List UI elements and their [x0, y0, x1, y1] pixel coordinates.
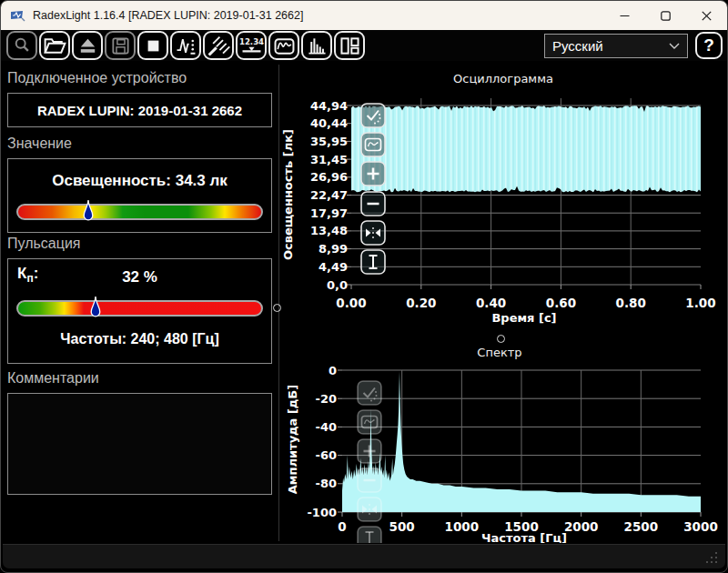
illuminance-scale — [16, 204, 263, 220]
kp-value: 32 % — [8, 268, 271, 286]
language-selected-value: Русский — [552, 38, 603, 54]
svg-text:Время [с]: Время [с] — [491, 311, 556, 325]
svg-text:-20: -20 — [316, 392, 338, 406]
panel-layout-icon — [337, 33, 363, 59]
window-controls — [604, 1, 727, 30]
language-select[interactable]: Русский — [544, 34, 688, 58]
chart-auto-scale-button[interactable] — [358, 381, 381, 405]
pulsation-scale — [16, 300, 263, 317]
titlebar: RadexLight 1.16.4 [RADEX LUPIN: 2019-01-… — [1, 1, 727, 30]
light-rays-icon — [206, 33, 232, 59]
droplet-icon — [90, 296, 101, 319]
svg-text:31,45: 31,45 — [310, 153, 348, 166]
close-button[interactable] — [686, 1, 727, 30]
resize-grip-icon[interactable] — [705, 551, 718, 564]
open-folder-icon — [42, 33, 68, 59]
svg-text:Спектр: Спектр — [477, 346, 521, 359]
open-file-button[interactable] — [39, 31, 70, 60]
panel-layout-mode-button[interactable] — [334, 31, 365, 60]
statusbar — [3, 544, 725, 568]
oscillogram-chart: 44,9440,4435,9531,4526,9622,4717,9713,48… — [279, 68, 728, 337]
svg-text:26,96: 26,96 — [310, 170, 348, 184]
svg-text:0.40: 0.40 — [476, 296, 506, 310]
stop-square-icon — [140, 33, 167, 59]
svg-text:0,0: 0,0 — [327, 278, 348, 292]
svg-text:500: 500 — [389, 519, 415, 534]
pulsation-box: Кп: 32 % Частоты: 240; 480 [Гц] — [7, 258, 272, 364]
svg-text:-40: -40 — [316, 420, 338, 434]
minimize-icon — [620, 11, 630, 21]
spectrum-chart: 0-20-40-60-80-10005001000150020002500300… — [279, 337, 728, 547]
maximize-button[interactable] — [645, 1, 686, 30]
svg-text:0: 0 — [329, 364, 337, 377]
chart-zoom-out-button[interactable] — [358, 468, 381, 492]
illuminance-reading: Освещенность: 34.3 лк — [8, 172, 271, 190]
chart-fit-to-window-button[interactable] — [358, 410, 381, 434]
illuminance-marker — [83, 199, 94, 223]
svg-text:22,47: 22,47 — [310, 188, 348, 202]
pulsation-marker — [90, 296, 101, 319]
svg-text:2000: 2000 — [564, 519, 599, 534]
value-box: Освещенность: 34.3 лк — [7, 158, 272, 233]
svg-text:17,97: 17,97 — [310, 206, 348, 220]
toolbar-buttons: 12.34 — [6, 31, 367, 60]
minimize-button[interactable] — [604, 1, 645, 30]
svg-text:4,49: 4,49 — [318, 260, 348, 274]
toolbar: 12.34 Русский ? — [1, 30, 727, 61]
window-title: RadexLight 1.16.4 [RADEX LUPIN: 2019-01-… — [33, 9, 303, 22]
chart-zoom-in-button[interactable] — [361, 162, 385, 186]
chart-fit-vertical-button[interactable] — [361, 250, 385, 274]
close-icon — [702, 11, 712, 21]
chart-auto-scale-button[interactable] — [361, 104, 385, 127]
svg-text:44,94: 44,94 — [310, 99, 348, 113]
chart-zoom-out-button[interactable] — [361, 192, 385, 216]
pulse-waveform-icon — [173, 33, 199, 59]
svg-text:Освещенность [лк]: Освещенность [лк] — [281, 129, 295, 260]
svg-text:Амплитуда [дБ]: Амплитуда [дБ] — [286, 385, 299, 494]
app-window: RadexLight 1.16.4 [RADEX LUPIN: 2019-01-… — [0, 0, 728, 573]
eject-device-button[interactable] — [72, 31, 103, 60]
svg-text:1000: 1000 — [445, 519, 480, 534]
spectrum-mode-button[interactable] — [301, 31, 332, 60]
pulsation-frequencies: Частоты: 240; 480 [Гц] — [8, 331, 271, 347]
pulsation-scale-bar — [16, 300, 263, 317]
chart-fit-horizontal-button[interactable] — [358, 498, 381, 521]
svg-text:0.20: 0.20 — [406, 296, 436, 310]
svg-text:35,95: 35,95 — [310, 135, 348, 148]
device-box: RADEX LUPIN: 2019-01-31 2662 — [7, 93, 272, 127]
app-icon — [10, 8, 25, 24]
spectrum-bars-icon — [304, 33, 330, 59]
device-section-header: Подключенное устройство — [7, 70, 187, 86]
numeric-readout-icon: 12.34 — [238, 33, 265, 59]
svg-text:13,48: 13,48 — [310, 224, 348, 237]
comments-box — [7, 393, 272, 495]
chart-zoom-in-button[interactable] — [358, 439, 381, 463]
chart-fit-to-window-button[interactable] — [361, 133, 385, 156]
chart-fit-vertical-button[interactable] — [358, 527, 381, 543]
save-button[interactable] — [105, 31, 136, 60]
svg-text:12.34: 12.34 — [238, 36, 263, 45]
search-button[interactable] — [6, 31, 37, 60]
svg-text:0.60: 0.60 — [546, 296, 576, 310]
oscillogram-icon — [271, 33, 298, 59]
svg-text:-80: -80 — [316, 477, 338, 490]
floppy-save-icon — [107, 33, 134, 59]
svg-text:Осциллограмма: Осциллограмма — [453, 72, 553, 85]
numeric-display-mode-button[interactable]: 12.34 — [236, 31, 267, 60]
eject-icon — [75, 33, 101, 59]
svg-text:0.00: 0.00 — [336, 296, 366, 310]
illuminance-mode-button[interactable] — [203, 31, 234, 60]
stop-measurement-button[interactable] — [137, 31, 168, 60]
svg-text:3000: 3000 — [683, 519, 718, 534]
maximize-icon — [661, 11, 671, 21]
svg-text:0: 0 — [338, 519, 346, 534]
oscillogram-mode-button[interactable] — [268, 31, 299, 60]
comments-input[interactable] — [8, 394, 271, 494]
chart-fit-horizontal-button[interactable] — [361, 221, 385, 245]
svg-text:40,44: 40,44 — [310, 116, 348, 130]
pulsation-section-header: Пульсация — [7, 236, 80, 252]
value-section-header: Значение — [7, 136, 72, 152]
help-button[interactable]: ? — [695, 32, 723, 59]
pulsation-mode-button[interactable] — [170, 31, 201, 60]
illuminance-scale-bar — [16, 204, 263, 220]
